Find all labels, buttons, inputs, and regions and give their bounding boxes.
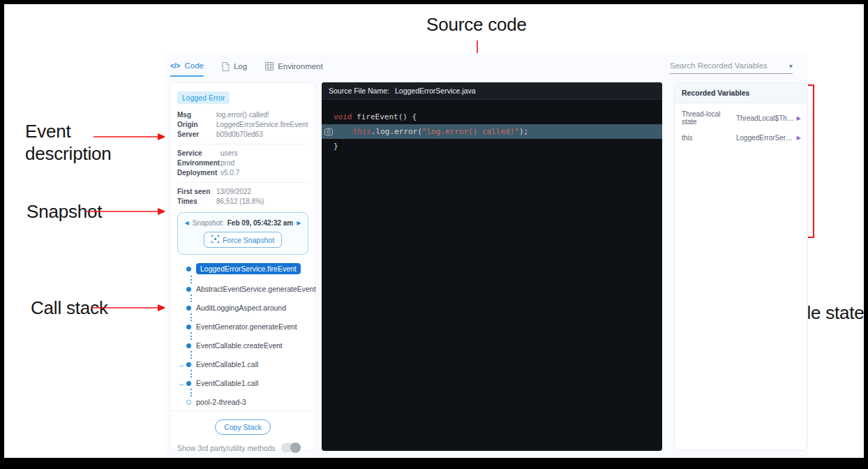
call-stack-list: LoggedErrorService.fireEvent AbstractEve… — [177, 263, 308, 406]
event-identity-group: Msg log.error() called! Origin LoggedErr… — [177, 110, 308, 140]
search-recorded-variables-label: Search Recorded Variables — [670, 61, 768, 70]
keyword-token: void — [334, 112, 352, 121]
string-token: "log.error() called!" — [422, 124, 519, 139]
stack-frame-label: EventGenerator.generateEvent — [196, 322, 297, 331]
frame-dot-icon — [186, 267, 191, 271]
screenshot-frame: Source code Event description Snapshot C… — [0, 0, 868, 469]
force-snapshot-button[interactable]: Force Snapshot — [204, 232, 282, 248]
expand-arrow-icon[interactable]: ▶ — [797, 135, 801, 141]
tab-code[interactable]: </> Code — [170, 61, 204, 77]
stack-frame-label: EventCallable1.call — [196, 360, 258, 368]
event-origin-row: Origin LoggedErrorService.fireEvent — [177, 120, 308, 130]
environment-value: prod — [220, 158, 234, 168]
first-seen-value: 13/09/2022 — [216, 187, 251, 197]
stack-frame-label: AuditLoggingAspect.around — [196, 304, 286, 312]
frame-dot-icon — [186, 381, 191, 386]
highlighted-code-line[interactable]: this.log.error("log.error() called!"); — [322, 124, 662, 139]
copy-stack-button[interactable]: Copy Stack — [215, 419, 271, 435]
event-deployment-row: Deployment v5.0.7 — [177, 168, 308, 178]
stack-frame-label: pool-2-thread-3 — [196, 398, 246, 406]
variable-value: LoggedErrorService — [736, 134, 794, 142]
code-token: ); — [519, 124, 528, 139]
stack-frame[interactable]: EventCallable.createEvent — [177, 341, 308, 350]
snapshot-card: ◀ Snapshot: Feb 09, 05:42:32 am ▶ Force … — [177, 212, 308, 255]
tab-log[interactable]: Log — [222, 62, 247, 77]
stack-connector — [190, 332, 308, 340]
tab-environment-label: Environment — [278, 62, 323, 70]
frame-dot-icon — [186, 306, 191, 311]
stack-connector — [190, 389, 308, 396]
expand-arrow-icon[interactable]: ▶ — [797, 115, 801, 121]
tab-bar: </> Code Log Environment — [170, 61, 323, 77]
snapshot-camera-icon — [324, 128, 333, 135]
code-line: void fireEvent() { — [322, 110, 662, 124]
source-code-editor: Source File Name: LoggedErrorService.jav… — [322, 82, 662, 451]
origin-label: Origin — [177, 120, 216, 130]
third-party-toggle[interactable] — [281, 443, 301, 452]
event-service-row: Service users — [177, 149, 308, 158]
annotation-call-stack: Call stack — [31, 297, 108, 319]
stack-frame-label: LoggedErrorService.fireEvent — [196, 263, 301, 274]
code-token: .log.error( — [371, 124, 422, 139]
stack-connector — [190, 351, 308, 359]
force-snapshot-label: Force Snapshot — [223, 236, 274, 244]
code-indent — [334, 124, 353, 139]
deployment-value: v5.0.7 — [220, 168, 239, 178]
service-value: users — [220, 149, 237, 158]
variable-name: Thread-local state — [682, 110, 736, 126]
server-value: b09d0b70ed63 — [216, 130, 263, 140]
stack-frame[interactable]: AuditLoggingAspect.around — [177, 304, 308, 312]
divider — [177, 144, 308, 144]
stack-frame[interactable]: EventGenerator.generateEvent — [177, 322, 308, 331]
event-msg-row: Msg log.error() called! — [177, 110, 308, 120]
event-times-row: Times 86,512 (18.8%) — [177, 197, 308, 207]
chevron-down-icon: ▾ — [789, 62, 793, 70]
stack-connector — [190, 295, 308, 302]
stack-frame-label: AbstractEventService.generateEvent — [196, 285, 316, 293]
stack-connector — [190, 370, 308, 378]
stack-frame-label: EventCallable.createEvent — [196, 341, 283, 350]
frame-dot-icon — [186, 287, 191, 292]
tab-environment[interactable]: Environment — [265, 62, 323, 76]
times-label: Times — [177, 197, 216, 207]
stack-frame[interactable]: LoggedErrorService.fireEvent — [177, 263, 308, 274]
stack-connector — [190, 313, 308, 321]
frame-dot-icon — [186, 325, 191, 329]
search-recorded-variables-select[interactable]: Search Recorded Variables ▾ — [670, 61, 793, 74]
snapshot-timestamp: Feb 09, 05:42:32 am — [227, 219, 294, 227]
environment-label: Environment — [177, 158, 220, 168]
msg-value: log.error() called! — [216, 110, 269, 120]
async-arrow-icon: → — [177, 361, 186, 368]
service-label: Service — [177, 149, 220, 158]
stack-frame[interactable]: → EventCallable1.call — [177, 379, 308, 387]
divider — [177, 182, 308, 183]
toggle-knob — [290, 442, 301, 453]
thread-dot-icon — [186, 400, 191, 405]
annotation-snapshot: Snapshot — [27, 200, 102, 223]
capture-frame-icon — [211, 235, 219, 244]
variable-row[interactable]: this LoggedErrorService ▶ — [675, 127, 807, 143]
annotation-source-code: Source code — [421, 13, 532, 36]
msg-label: Msg — [177, 110, 216, 120]
code-icon: </> — [170, 62, 180, 70]
event-server-row: Server b09d0b70ed63 — [177, 130, 308, 140]
times-value: 86,512 (18.8%) — [216, 197, 264, 207]
recorded-variables-panel: Recorded Variables Thread-local state Th… — [674, 82, 807, 451]
third-party-toggle-row: Show 3rd party/utility methods — [177, 443, 308, 452]
code-token: fireEvent() { — [352, 112, 417, 121]
stack-frame[interactable]: AbstractEventService.generateEvent — [177, 285, 308, 293]
tab-log-label: Log — [234, 62, 247, 70]
keyword-token: this — [353, 124, 372, 139]
annotation-event-description: Event description — [25, 120, 137, 165]
code-area: void fireEvent() { this.log.error("log.e… — [322, 100, 662, 154]
next-snapshot-button[interactable]: ▶ — [297, 220, 301, 226]
log-file-icon — [222, 62, 230, 71]
stack-frame[interactable]: → EventCallable1.call — [177, 360, 308, 368]
event-stats-group: First seen 13/09/2022 Times 86,512 (18.8… — [177, 187, 308, 207]
stack-frame-thread[interactable]: pool-2-thread-3 — [177, 398, 308, 406]
prev-snapshot-button[interactable]: ◀ — [185, 220, 189, 226]
variable-name: this — [682, 134, 736, 142]
event-first-seen-row: First seen 13/09/2022 — [177, 187, 308, 197]
variable-row[interactable]: Thread-local state ThreadLocal$ThreadL..… — [675, 103, 807, 127]
event-environment-row: Environment prod — [177, 158, 308, 168]
